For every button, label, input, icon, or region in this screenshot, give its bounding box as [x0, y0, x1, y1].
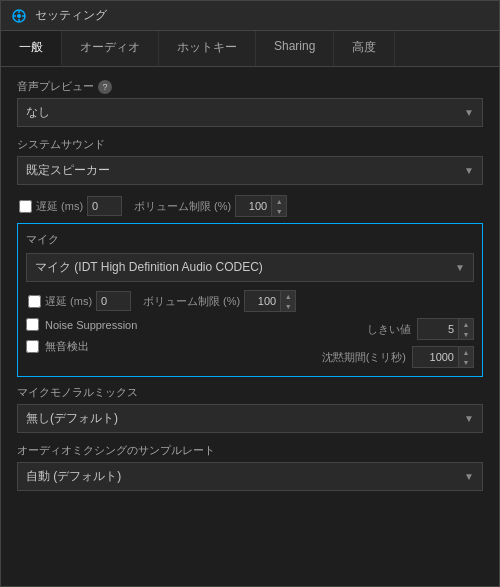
threshold-row: しきい値 ▲ ▼: [322, 318, 474, 340]
threshold-input[interactable]: [418, 320, 458, 338]
silence-duration-spinbox[interactable]: ▲ ▼: [412, 346, 474, 368]
tab-advanced[interactable]: 高度: [334, 31, 395, 66]
threshold-spinbox[interactable]: ▲ ▼: [417, 318, 474, 340]
voice-preview-arrow-icon: ▼: [464, 107, 474, 118]
silence-duration-row: 沈黙期間(ミリ秒) ▲ ▼: [322, 346, 474, 368]
noise-suppression-checkbox[interactable]: [26, 318, 39, 331]
system-sound-label: システムサウンド: [17, 137, 483, 152]
threshold-label: しきい値: [367, 322, 411, 337]
voice-preview-label: 音声プレビュー ?: [17, 79, 483, 94]
mic-volume-spinbox[interactable]: ▲ ▼: [244, 290, 296, 312]
mono-mix-dropdown[interactable]: 無し(デフォルト) ▼: [17, 404, 483, 433]
silence-detection-checkbox[interactable]: [26, 340, 39, 353]
system-delay-checkbox[interactable]: [19, 200, 32, 213]
silence-detection-row: 無音検出: [26, 339, 137, 354]
voice-preview-dropdown[interactable]: なし ▼: [17, 98, 483, 127]
app-icon: [11, 8, 27, 24]
mic-volume-input[interactable]: [245, 292, 280, 310]
settings-window: セッティング 一般 オーディオ ホットキー Sharing 高度 音声プレビュー…: [0, 0, 500, 587]
mic-dropdown[interactable]: マイク (IDT High Definition Audio CODEC) ▼: [26, 253, 474, 282]
tab-bar: 一般 オーディオ ホットキー Sharing 高度: [1, 31, 499, 67]
window-title: セッティング: [35, 7, 107, 24]
mic-volume-up-btn[interactable]: ▲: [281, 291, 295, 301]
mic-checkboxes: Noise Suppression 無音検出: [26, 318, 137, 358]
tab-sharing[interactable]: Sharing: [256, 31, 334, 66]
system-volume-spinbox[interactable]: ▲ ▼: [235, 195, 287, 217]
silence-duration-input[interactable]: [413, 348, 458, 366]
tab-audio[interactable]: オーディオ: [62, 31, 159, 66]
mono-mix-label: マイクモノラルミックス: [17, 385, 483, 400]
tab-general[interactable]: 一般: [1, 31, 62, 66]
system-volume-label: ボリューム制限 (%): [134, 199, 231, 214]
system-volume-down-btn[interactable]: ▼: [272, 206, 286, 216]
silence-duration-down-btn[interactable]: ▼: [459, 357, 473, 367]
mic-delay-input[interactable]: [96, 291, 131, 311]
voice-preview-help-icon[interactable]: ?: [98, 80, 112, 94]
noise-suppression-row: Noise Suppression: [26, 318, 137, 331]
content-area: 音声プレビュー ? なし ▼ システムサウンド 既定スピーカー ▼ 遅延 (ms…: [1, 67, 499, 586]
silence-duration-up-btn[interactable]: ▲: [459, 347, 473, 357]
silence-duration-label: 沈黙期間(ミリ秒): [322, 350, 406, 365]
mic-delay-label: 遅延 (ms): [45, 294, 92, 309]
system-sound-dropdown[interactable]: 既定スピーカー ▼: [17, 156, 483, 185]
system-delay-vol-row: 遅延 (ms) ボリューム制限 (%) ▲ ▼: [17, 195, 483, 217]
system-delay-label: 遅延 (ms): [36, 199, 83, 214]
mic-delay-checkbox[interactable]: [28, 295, 41, 308]
silence-detection-label: 無音検出: [45, 339, 89, 354]
sample-rate-dropdown[interactable]: 自動 (デフォルト) ▼: [17, 462, 483, 491]
sample-rate-label: オーディオミクシングのサンプルレート: [17, 443, 483, 458]
mono-mix-arrow-icon: ▼: [464, 413, 474, 424]
svg-point-1: [17, 14, 21, 18]
mic-volume-down-btn[interactable]: ▼: [281, 301, 295, 311]
mic-delay-vol-row: 遅延 (ms) ボリューム制限 (%) ▲ ▼: [26, 290, 474, 312]
system-volume-up-btn[interactable]: ▲: [272, 196, 286, 206]
tab-hotkeys[interactable]: ホットキー: [159, 31, 256, 66]
mic-label: マイク: [26, 232, 474, 247]
system-delay-input[interactable]: [87, 196, 122, 216]
threshold-up-btn[interactable]: ▲: [459, 319, 473, 329]
mic-options-area: Noise Suppression 無音検出 しきい値 ▲: [26, 318, 474, 368]
sample-rate-arrow-icon: ▼: [464, 471, 474, 482]
mic-section: マイク マイク (IDT High Definition Audio CODEC…: [17, 223, 483, 377]
threshold-down-btn[interactable]: ▼: [459, 329, 473, 339]
system-volume-input[interactable]: [236, 197, 271, 215]
title-bar: セッティング: [1, 1, 499, 31]
noise-suppression-label: Noise Suppression: [45, 319, 137, 331]
mic-arrow-icon: ▼: [455, 262, 465, 273]
mic-spinboxes: しきい値 ▲ ▼ 沈黙期間(ミリ秒): [322, 318, 474, 368]
system-sound-arrow-icon: ▼: [464, 165, 474, 176]
mic-volume-label: ボリューム制限 (%): [143, 294, 240, 309]
